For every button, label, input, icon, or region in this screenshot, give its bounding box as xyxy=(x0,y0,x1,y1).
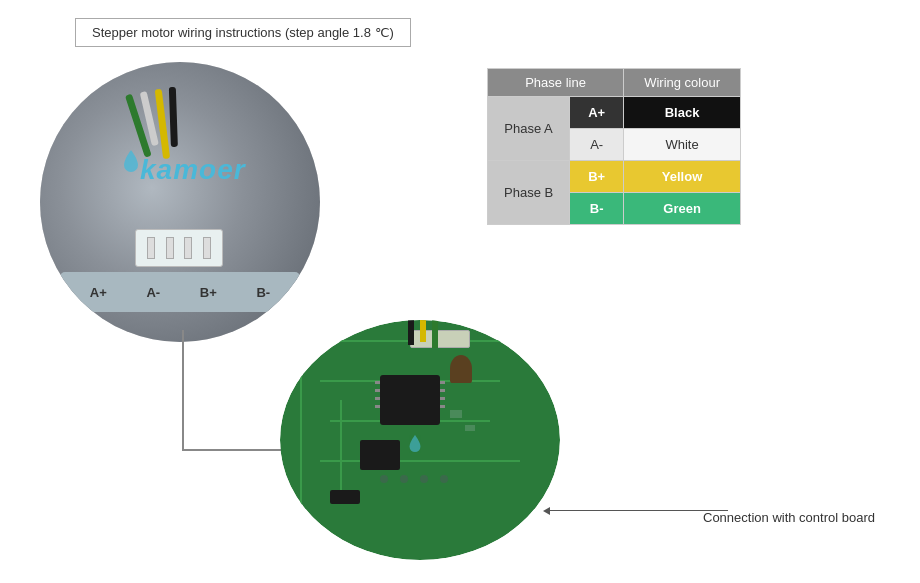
line-a-plus: A+ xyxy=(570,97,624,129)
pcb-inner xyxy=(280,320,560,560)
connection-line xyxy=(548,510,728,511)
pcb-image xyxy=(280,320,560,560)
connector-housing xyxy=(135,229,223,267)
line-a-minus: A- xyxy=(570,129,624,161)
connection-arrow xyxy=(543,507,550,515)
pcb-drop-logo xyxy=(408,435,422,455)
title-box: Stepper motor wiring instructions (step … xyxy=(75,18,411,47)
drop-icon xyxy=(122,150,140,174)
connect-line-vertical xyxy=(182,330,184,450)
pcb-capacitor xyxy=(450,355,472,383)
terminal-a-minus: A- xyxy=(146,285,160,300)
header-phase: Phase line xyxy=(488,69,624,97)
kamoer-logo: kamoer xyxy=(140,154,246,186)
terminal-strip: A+ A- B+ B- xyxy=(60,272,300,312)
table-row: Phase A A+ Black xyxy=(488,97,741,129)
color-yellow: Yellow xyxy=(624,161,741,193)
pcb-connector xyxy=(410,330,470,348)
phase-b-label: Phase B xyxy=(488,161,570,225)
line-b-minus: B- xyxy=(570,193,624,225)
color-black: Black xyxy=(624,97,741,129)
terminal-b-minus: B- xyxy=(256,285,270,300)
motor-image: kamoer A+ A- B+ B- xyxy=(40,62,320,342)
table-row: Phase B B+ Yellow xyxy=(488,161,741,193)
wiring-table: Phase line Wiring colour Phase A A+ Blac… xyxy=(487,68,741,225)
header-wiring: Wiring colour xyxy=(624,69,741,97)
connection-label: Connection with control board xyxy=(703,510,875,525)
pcb-chip xyxy=(380,375,440,425)
terminal-a-plus: A+ xyxy=(90,285,107,300)
phase-a-label: Phase A xyxy=(488,97,570,161)
color-green: Green xyxy=(624,193,741,225)
motor-inner: kamoer A+ A- B+ B- xyxy=(40,62,320,342)
color-white: White xyxy=(624,129,741,161)
page-title: Stepper motor wiring instructions (step … xyxy=(92,25,394,40)
terminal-b-plus: B+ xyxy=(200,285,217,300)
line-b-plus: B+ xyxy=(570,161,624,193)
wiring-table-container: Phase line Wiring colour Phase A A+ Blac… xyxy=(487,68,741,225)
pcb-chip-2 xyxy=(360,440,400,470)
